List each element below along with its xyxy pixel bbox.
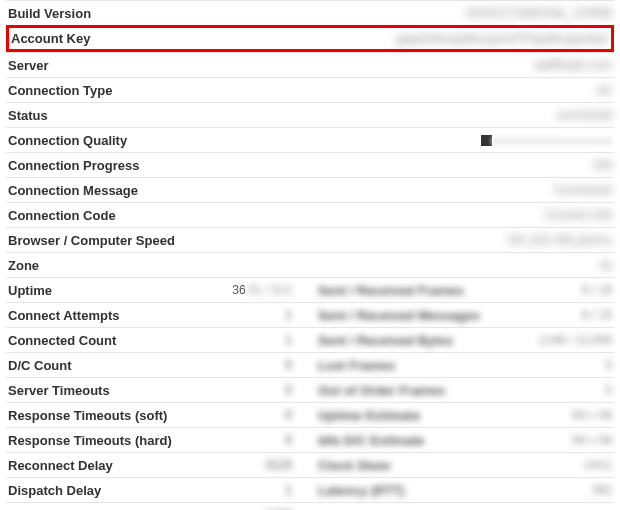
stat-row: Connect Attempts1Sent / Received Message… [6,302,614,327]
stat-left-value: 3681 / 813 [178,283,292,297]
stat-left-pair: Response Timeouts (hard)0 [8,433,310,448]
stat-left-pair: Dispatch Delay1 [8,483,310,498]
row-label: Browser / Computer Speed [8,233,188,248]
row-label: Connection Type [8,83,188,98]
info-row: Connection Typews [6,77,614,102]
quality-track [492,137,612,145]
stat-right-label: Uptime Estimate [318,408,420,423]
stat-left-label: Reconnect Delay [8,458,178,473]
row-value: OK (152.46) pts/ms [188,233,612,247]
stat-right-value: 0d » 0d [420,408,612,422]
stat-right-pair: Sent / Received Bytes1148 / 12,094 [310,333,612,348]
stat-row: Server Timeouts0Out of Order Frames0 [6,377,614,402]
row-label: Connection Quality [8,133,188,148]
info-row: Serverwp9fropfx.com [6,52,614,77]
stat-row: Bytes at Connect1238 [6,502,614,510]
stat-right-label: Sent / Received Messages [318,308,480,323]
stat-right-pair: Clock Skew-2411 [310,458,612,473]
stat-left-pair: Connect Attempts1 [8,308,310,323]
stat-left-pair: Server Timeouts0 [8,383,310,398]
info-row: Build Version20181217a05234e_123456 [6,0,614,25]
stat-left-value: 0 [178,358,292,372]
stat-left-pair: Uptime3681 / 813 [8,283,310,298]
stat-left-label: Response Timeouts (soft) [8,408,178,423]
stat-right-label: Latency (RTT) [318,483,405,498]
row-value [188,133,612,147]
stat-left-pair: D/C Count0 [8,358,310,373]
stat-left-pair: Reconnect Delay3123 [8,458,310,473]
stat-left-label: Connected Count [8,333,178,348]
row-label: Connection Code [8,208,188,223]
row-label: Zone [8,258,188,273]
stat-left-value: 0 [178,383,292,397]
info-row: Account Keygkpb03knxpfdhcupm47fThpdfmzje… [6,25,614,52]
stat-row: D/C Count0Lost Frames0 [6,352,614,377]
row-label: Account Key [11,31,191,46]
stat-left-label: Server Timeouts [8,383,178,398]
stat-left-value: 1 [178,333,292,347]
stat-right-value: -2411 [390,458,612,472]
stat-left-label: D/C Count [8,358,178,373]
stat-left-value: 1 [178,483,292,497]
stat-right-pair: Sent / Received Frames8 / 18 [310,283,612,298]
info-row: Browser / Computer SpeedOK (152.46) pts/… [6,227,614,252]
stat-right-pair: Idle D/C Estimate0d » 0d [310,433,612,448]
stat-right-label: Sent / Received Bytes [318,333,453,348]
row-value: 20181217a05234e_123456 [188,6,612,20]
row-label: Server [8,58,188,73]
row-label: Status [8,108,188,123]
stat-row: Response Timeouts (soft)0Uptime Estimate… [6,402,614,427]
stat-row: Dispatch Delay1Latency (RTT)362 [6,477,614,502]
info-row: Connection Progress100 [6,152,614,177]
stat-right-value: 0d » 0d [424,433,612,447]
row-value: gkpb03knxpfdhcupm47fThpdfmzjen9izh [191,32,609,46]
stat-left-pair: Connected Count1 [8,333,310,348]
stat-right-label: Idle D/C Estimate [318,433,424,448]
stat-right-label: Lost Frames [318,358,395,373]
stat-row: Reconnect Delay3123Clock Skew-2411 [6,452,614,477]
info-row: Connection CodeConnect:100 [6,202,614,227]
row-value: 100 [188,158,612,172]
stat-right-pair: Sent / Received Messages8 / 15 [310,308,612,323]
stat-row: Connected Count1Sent / Received Bytes114… [6,327,614,352]
stat-left-label: Uptime [8,283,178,298]
stat-right-value: 1148 / 12,094 [453,333,612,347]
stat-right-value: 362 [405,483,612,497]
info-row: Connection MessageConnected [6,177,614,202]
stat-right-label: Sent / Received Frames [318,283,464,298]
row-value: connected [188,108,612,122]
row-value: ws [188,83,612,97]
quality-dot-icon [481,135,492,146]
stat-right-value: 8 / 15 [480,308,612,322]
stat-left-label: Dispatch Delay [8,483,178,498]
stat-row: Uptime3681 / 813Sent / Received Frames8 … [6,277,614,302]
stat-left-value: 0 [178,433,292,447]
stat-right-value: 8 / 18 [464,283,612,297]
stat-left-value: 3123 [178,458,292,472]
stat-right-value: 0 [395,358,612,372]
stat-row: Response Timeouts (hard)0Idle D/C Estima… [6,427,614,452]
row-label: Connection Message [8,183,188,198]
stat-left-pair: Response Timeouts (soft)0 [8,408,310,423]
row-label: Connection Progress [8,158,188,173]
row-value: wp9fropfx.com [188,58,612,72]
row-value: Connected [188,183,612,197]
stat-left-value: 1 [178,308,292,322]
info-row: Connection Quality [6,127,614,152]
row-value: sb [188,258,612,272]
stat-left-label: Connect Attempts [8,308,178,323]
stat-right-label: Out of Order Frames [318,383,445,398]
stat-right-value: 0 [445,383,612,397]
info-row: Zonesb [6,252,614,277]
stat-left-value: 0 [178,408,292,422]
stat-right-pair: Lost Frames0 [310,358,612,373]
stat-right-pair: Out of Order Frames0 [310,383,612,398]
info-row: Statusconnected [6,102,614,127]
stat-right-pair: Latency (RTT)362 [310,483,612,498]
row-value: Connect:100 [188,208,612,222]
stat-left-label: Response Timeouts (hard) [8,433,178,448]
quality-indicator [481,133,612,147]
stat-right-pair: Uptime Estimate0d » 0d [310,408,612,423]
stat-right-label: Clock Skew [318,458,390,473]
row-label: Build Version [8,6,188,21]
